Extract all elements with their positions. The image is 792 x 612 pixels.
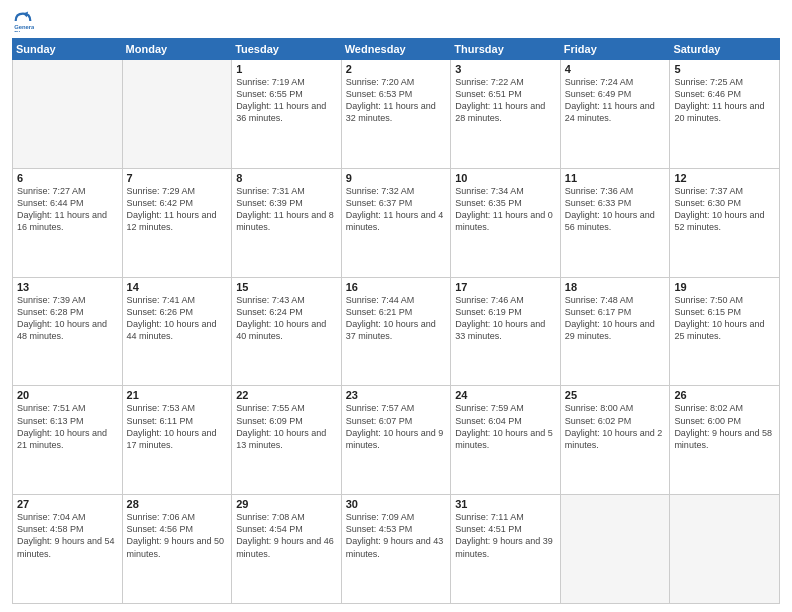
day-info: Sunrise: 7:37 AM Sunset: 6:30 PM Dayligh… <box>674 185 775 234</box>
header-cell-thursday: Thursday <box>451 39 561 60</box>
calendar-cell: 7Sunrise: 7:29 AM Sunset: 6:42 PM Daylig… <box>122 168 232 277</box>
day-number: 14 <box>127 281 228 293</box>
calendar-cell: 28Sunrise: 7:06 AM Sunset: 4:56 PM Dayli… <box>122 495 232 604</box>
day-number: 19 <box>674 281 775 293</box>
day-info: Sunrise: 7:48 AM Sunset: 6:17 PM Dayligh… <box>565 294 666 343</box>
day-number: 26 <box>674 389 775 401</box>
day-info: Sunrise: 7:57 AM Sunset: 6:07 PM Dayligh… <box>346 402 447 451</box>
day-info: Sunrise: 7:36 AM Sunset: 6:33 PM Dayligh… <box>565 185 666 234</box>
calendar-cell: 15Sunrise: 7:43 AM Sunset: 6:24 PM Dayli… <box>232 277 342 386</box>
day-info: Sunrise: 7:27 AM Sunset: 6:44 PM Dayligh… <box>17 185 118 234</box>
day-info: Sunrise: 7:19 AM Sunset: 6:55 PM Dayligh… <box>236 76 337 125</box>
calendar-cell <box>13 60 123 169</box>
calendar-cell: 5Sunrise: 7:25 AM Sunset: 6:46 PM Daylig… <box>670 60 780 169</box>
calendar-cell: 18Sunrise: 7:48 AM Sunset: 6:17 PM Dayli… <box>560 277 670 386</box>
day-info: Sunrise: 7:59 AM Sunset: 6:04 PM Dayligh… <box>455 402 556 451</box>
calendar-cell: 6Sunrise: 7:27 AM Sunset: 6:44 PM Daylig… <box>13 168 123 277</box>
day-number: 25 <box>565 389 666 401</box>
calendar-cell: 4Sunrise: 7:24 AM Sunset: 6:49 PM Daylig… <box>560 60 670 169</box>
calendar-cell: 26Sunrise: 8:02 AM Sunset: 6:00 PM Dayli… <box>670 386 780 495</box>
day-info: Sunrise: 7:31 AM Sunset: 6:39 PM Dayligh… <box>236 185 337 234</box>
calendar-cell <box>560 495 670 604</box>
calendar-cell: 1Sunrise: 7:19 AM Sunset: 6:55 PM Daylig… <box>232 60 342 169</box>
day-number: 21 <box>127 389 228 401</box>
calendar-cell: 31Sunrise: 7:11 AM Sunset: 4:51 PM Dayli… <box>451 495 561 604</box>
day-number: 20 <box>17 389 118 401</box>
day-info: Sunrise: 7:51 AM Sunset: 6:13 PM Dayligh… <box>17 402 118 451</box>
day-info: Sunrise: 7:04 AM Sunset: 4:58 PM Dayligh… <box>17 511 118 560</box>
day-number: 7 <box>127 172 228 184</box>
calendar-cell: 30Sunrise: 7:09 AM Sunset: 4:53 PM Dayli… <box>341 495 451 604</box>
calendar-cell: 21Sunrise: 7:53 AM Sunset: 6:11 PM Dayli… <box>122 386 232 495</box>
day-number: 6 <box>17 172 118 184</box>
week-row-1: 1Sunrise: 7:19 AM Sunset: 6:55 PM Daylig… <box>13 60 780 169</box>
day-info: Sunrise: 7:50 AM Sunset: 6:15 PM Dayligh… <box>674 294 775 343</box>
day-info: Sunrise: 7:08 AM Sunset: 4:54 PM Dayligh… <box>236 511 337 560</box>
day-info: Sunrise: 7:06 AM Sunset: 4:56 PM Dayligh… <box>127 511 228 560</box>
week-row-3: 13Sunrise: 7:39 AM Sunset: 6:28 PM Dayli… <box>13 277 780 386</box>
day-number: 18 <box>565 281 666 293</box>
calendar-cell: 24Sunrise: 7:59 AM Sunset: 6:04 PM Dayli… <box>451 386 561 495</box>
svg-text:Blue: Blue <box>14 30 27 32</box>
day-info: Sunrise: 7:09 AM Sunset: 4:53 PM Dayligh… <box>346 511 447 560</box>
header-cell-sunday: Sunday <box>13 39 123 60</box>
day-number: 12 <box>674 172 775 184</box>
week-row-2: 6Sunrise: 7:27 AM Sunset: 6:44 PM Daylig… <box>13 168 780 277</box>
day-number: 5 <box>674 63 775 75</box>
day-info: Sunrise: 7:46 AM Sunset: 6:19 PM Dayligh… <box>455 294 556 343</box>
day-number: 28 <box>127 498 228 510</box>
calendar-cell: 20Sunrise: 7:51 AM Sunset: 6:13 PM Dayli… <box>13 386 123 495</box>
day-number: 15 <box>236 281 337 293</box>
day-number: 13 <box>17 281 118 293</box>
day-number: 10 <box>455 172 556 184</box>
day-number: 24 <box>455 389 556 401</box>
calendar-cell <box>122 60 232 169</box>
calendar-cell: 13Sunrise: 7:39 AM Sunset: 6:28 PM Dayli… <box>13 277 123 386</box>
day-info: Sunrise: 7:25 AM Sunset: 6:46 PM Dayligh… <box>674 76 775 125</box>
day-number: 16 <box>346 281 447 293</box>
calendar-cell: 14Sunrise: 7:41 AM Sunset: 6:26 PM Dayli… <box>122 277 232 386</box>
day-number: 17 <box>455 281 556 293</box>
calendar-cell: 29Sunrise: 7:08 AM Sunset: 4:54 PM Dayli… <box>232 495 342 604</box>
header-cell-tuesday: Tuesday <box>232 39 342 60</box>
calendar-cell: 12Sunrise: 7:37 AM Sunset: 6:30 PM Dayli… <box>670 168 780 277</box>
calendar-cell: 22Sunrise: 7:55 AM Sunset: 6:09 PM Dayli… <box>232 386 342 495</box>
header-cell-wednesday: Wednesday <box>341 39 451 60</box>
day-info: Sunrise: 7:43 AM Sunset: 6:24 PM Dayligh… <box>236 294 337 343</box>
day-number: 29 <box>236 498 337 510</box>
logo: General Blue <box>12 10 36 32</box>
day-number: 27 <box>17 498 118 510</box>
day-number: 30 <box>346 498 447 510</box>
calendar-cell: 27Sunrise: 7:04 AM Sunset: 4:58 PM Dayli… <box>13 495 123 604</box>
header-row: SundayMondayTuesdayWednesdayThursdayFrid… <box>13 39 780 60</box>
day-info: Sunrise: 7:39 AM Sunset: 6:28 PM Dayligh… <box>17 294 118 343</box>
day-number: 22 <box>236 389 337 401</box>
day-number: 3 <box>455 63 556 75</box>
day-info: Sunrise: 7:32 AM Sunset: 6:37 PM Dayligh… <box>346 185 447 234</box>
day-number: 8 <box>236 172 337 184</box>
week-row-5: 27Sunrise: 7:04 AM Sunset: 4:58 PM Dayli… <box>13 495 780 604</box>
svg-text:General: General <box>14 24 34 30</box>
page: General Blue SundayMondayTuesdayWednesda… <box>0 0 792 612</box>
day-number: 2 <box>346 63 447 75</box>
header: General Blue <box>12 10 780 32</box>
day-number: 1 <box>236 63 337 75</box>
calendar-cell: 8Sunrise: 7:31 AM Sunset: 6:39 PM Daylig… <box>232 168 342 277</box>
day-number: 9 <box>346 172 447 184</box>
calendar-cell: 11Sunrise: 7:36 AM Sunset: 6:33 PM Dayli… <box>560 168 670 277</box>
day-number: 23 <box>346 389 447 401</box>
day-info: Sunrise: 8:02 AM Sunset: 6:00 PM Dayligh… <box>674 402 775 451</box>
day-info: Sunrise: 7:41 AM Sunset: 6:26 PM Dayligh… <box>127 294 228 343</box>
day-info: Sunrise: 7:55 AM Sunset: 6:09 PM Dayligh… <box>236 402 337 451</box>
day-info: Sunrise: 7:29 AM Sunset: 6:42 PM Dayligh… <box>127 185 228 234</box>
day-info: Sunrise: 7:53 AM Sunset: 6:11 PM Dayligh… <box>127 402 228 451</box>
calendar-cell: 9Sunrise: 7:32 AM Sunset: 6:37 PM Daylig… <box>341 168 451 277</box>
day-info: Sunrise: 7:20 AM Sunset: 6:53 PM Dayligh… <box>346 76 447 125</box>
day-number: 31 <box>455 498 556 510</box>
day-number: 11 <box>565 172 666 184</box>
day-info: Sunrise: 7:11 AM Sunset: 4:51 PM Dayligh… <box>455 511 556 560</box>
calendar-cell: 19Sunrise: 7:50 AM Sunset: 6:15 PM Dayli… <box>670 277 780 386</box>
logo-icon: General Blue <box>12 10 34 32</box>
calendar-cell: 25Sunrise: 8:00 AM Sunset: 6:02 PM Dayli… <box>560 386 670 495</box>
calendar-cell: 23Sunrise: 7:57 AM Sunset: 6:07 PM Dayli… <box>341 386 451 495</box>
